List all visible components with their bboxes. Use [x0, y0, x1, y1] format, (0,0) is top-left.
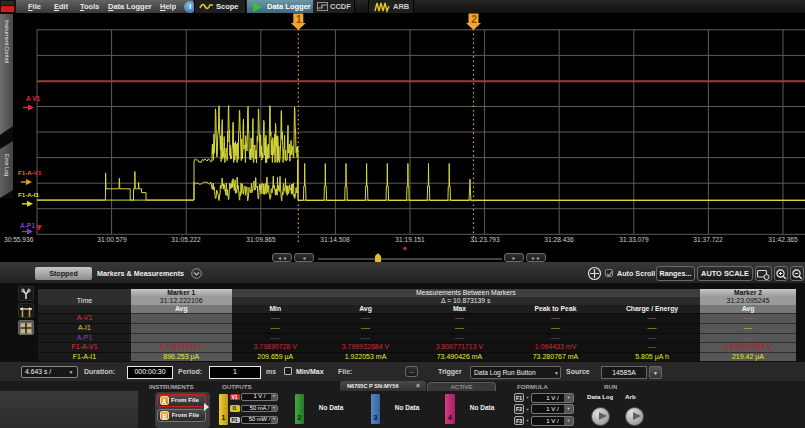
svg-text:31:05.222: 31:05.222	[171, 236, 201, 243]
svg-text:31:28.436: 31:28.436	[544, 236, 574, 243]
svg-text:31:14.508: 31:14.508	[320, 236, 350, 243]
svg-text:30:55.936: 30:55.936	[4, 236, 34, 243]
svg-text:F1-A-V1: F1-A-V1	[18, 169, 42, 176]
svg-text:31:42.365: 31:42.365	[768, 236, 798, 243]
svg-text:31:19.151: 31:19.151	[395, 236, 425, 243]
svg-text:31:23.793: 31:23.793	[470, 236, 500, 243]
svg-text:31:37.722: 31:37.722	[693, 236, 723, 243]
svg-text:1: 1	[296, 14, 302, 25]
svg-text:31:00.579: 31:00.579	[97, 236, 127, 243]
svg-text:A-P1: A-P1	[20, 222, 35, 229]
svg-text:31:33.079: 31:33.079	[619, 236, 649, 243]
svg-text:F1-A-I1: F1-A-I1	[18, 191, 40, 198]
svg-text:A V1: A V1	[26, 95, 41, 102]
svg-text:31:09.865: 31:09.865	[246, 236, 276, 243]
svg-text:2: 2	[471, 14, 477, 25]
